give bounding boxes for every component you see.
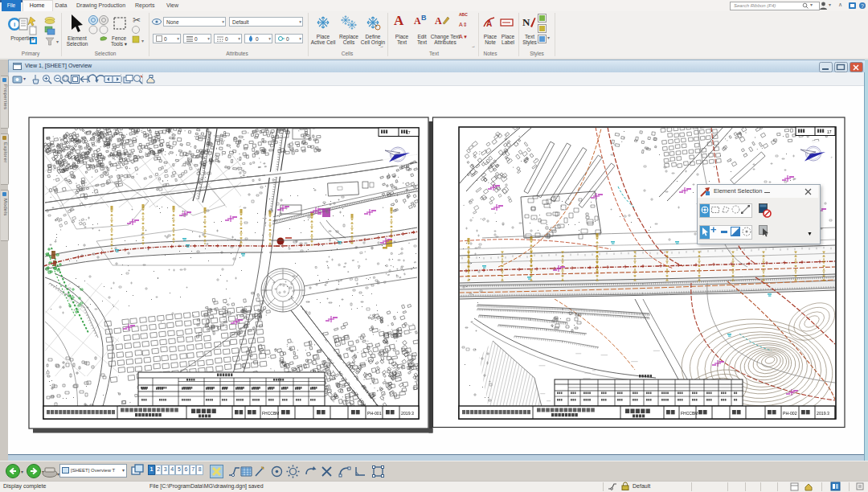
svg-text:i: i	[14, 21, 15, 28]
svg-text:2019.3: 2019.3	[817, 411, 829, 416]
svg-text:✂: ✂	[133, 14, 141, 26]
svg-text:A: A	[486, 19, 492, 28]
svg-text:17: 17	[406, 130, 411, 135]
svg-text:2019.3: 2019.3	[401, 411, 414, 416]
svg-text:▾: ▾	[21, 469, 23, 474]
svg-text:▾: ▾	[141, 39, 144, 43]
svg-text:17: 17	[827, 129, 832, 134]
svg-text:FHCCBM: FHCCBM	[681, 411, 698, 416]
svg-text:N: N	[522, 16, 530, 28]
svg-text:FHCCBM: FHCCBM	[262, 411, 279, 416]
svg-text:PH-001: PH-001	[367, 411, 382, 416]
svg-text:PH-002: PH-002	[783, 411, 797, 416]
svg-text:?: ?	[861, 3, 864, 9]
